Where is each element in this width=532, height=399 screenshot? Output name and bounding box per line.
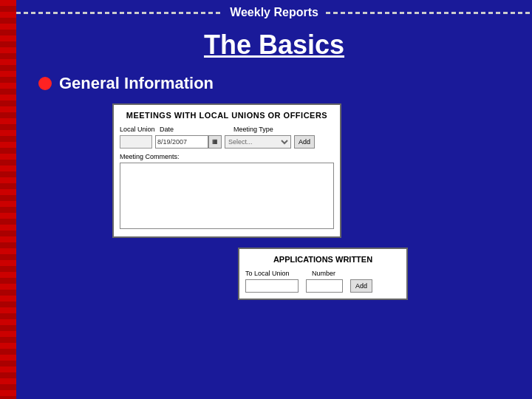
applications-panel-title: APPLICATIONS WRITTEN: [245, 255, 400, 264]
label-meeting-type: Meeting Type: [233, 126, 273, 134]
meeting-type-select[interactable]: Select...: [225, 135, 291, 149]
section-label-text: General Information: [59, 74, 214, 93]
meetings-input-row: ▦ Select... Add: [120, 135, 334, 149]
page-title: The Basics: [16, 30, 532, 61]
meetings-add-button[interactable]: Add: [294, 135, 315, 149]
date-input[interactable]: [155, 135, 208, 149]
app-local-union-input[interactable]: [245, 279, 299, 293]
label-local-union: Local Union: [120, 126, 157, 134]
applications-input-row: Add: [245, 279, 400, 293]
meetings-panel-title: MEETINGS WITH LOCAL UNIONS OR OFFICERS: [120, 111, 334, 120]
meetings-row-labels: Local Union Date Meeting Type: [120, 126, 334, 134]
calendar-button[interactable]: ▦: [208, 135, 222, 149]
main-content: Weekly Reports The Basics General Inform…: [16, 0, 532, 399]
section-label: General Information: [38, 74, 532, 93]
app-label-local-union: To Local Union: [245, 270, 304, 277]
header-line-right: [326, 12, 532, 14]
app-add-button[interactable]: Add: [350, 279, 372, 293]
meetings-form: Local Union Date Meeting Type ▦ Select..…: [120, 126, 334, 231]
header-title: Weekly Reports: [230, 6, 318, 19]
local-union-field[interactable]: [120, 135, 152, 149]
meeting-comments-textarea[interactable]: [120, 163, 334, 229]
bullet-icon: [38, 77, 52, 90]
app-number-input[interactable]: [306, 279, 343, 293]
applications-row-labels: To Local Union Number: [245, 270, 400, 277]
app-label-number: Number: [312, 270, 335, 277]
decorative-side-bar: [0, 0, 16, 399]
comments-label: Meeting Comments:: [120, 153, 334, 160]
header: Weekly Reports: [16, 0, 532, 22]
header-line-left: [16, 12, 222, 14]
meetings-panel: MEETINGS WITH LOCAL UNIONS OR OFFICERS L…: [112, 103, 341, 238]
label-date: Date: [160, 126, 219, 134]
applications-panel: APPLICATIONS WRITTEN To Local Union Numb…: [238, 248, 408, 300]
